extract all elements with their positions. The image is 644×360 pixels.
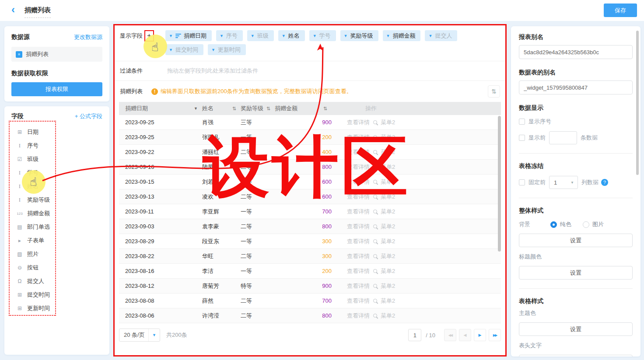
menu2-link[interactable]: 菜单2 xyxy=(381,252,395,260)
search-icon[interactable] xyxy=(373,314,377,318)
change-datasource-link[interactable]: 更改数据源 xyxy=(74,33,102,41)
image-radio[interactable] xyxy=(583,221,589,228)
page-size-select[interactable]: 20 条/页 ▼ xyxy=(119,329,160,342)
freeze-checkbox[interactable] xyxy=(519,179,525,185)
view-detail-link[interactable]: 查看详情 xyxy=(347,163,370,171)
view-detail-link[interactable]: 查看详情 xyxy=(347,267,370,275)
col-header-grade[interactable]: 奖励等级 ⇅ xyxy=(241,105,275,112)
chip-submit-time[interactable]: ▼提交时间 xyxy=(165,44,203,55)
view-detail-link[interactable]: 查看详情 xyxy=(347,119,370,126)
chip-update-time[interactable]: ▼更新时间 xyxy=(208,44,246,55)
chip-amount[interactable]: ▼捐赠金额 xyxy=(383,30,421,41)
back-button[interactable]: ‹ xyxy=(11,4,15,15)
menu2-link[interactable]: 菜单2 xyxy=(381,163,395,171)
field-item-dept-select[interactable]: ▤部门单选 xyxy=(11,220,102,234)
search-icon[interactable] xyxy=(373,165,377,169)
datasource-item[interactable]: ≡ 捐赠列表 xyxy=(11,47,102,62)
search-icon[interactable] xyxy=(373,299,377,303)
header-text-set-button[interactable]: 设置 xyxy=(519,355,633,357)
field-item-update-time[interactable]: ⊞更新时间 xyxy=(11,302,102,315)
field-item-class[interactable]: ☑班级 xyxy=(11,153,102,166)
view-detail-link[interactable]: 查看详情 xyxy=(347,252,370,260)
search-icon[interactable] xyxy=(373,180,377,184)
view-detail-link[interactable]: 查看详情 xyxy=(347,312,370,320)
search-icon[interactable] xyxy=(373,239,377,243)
search-icon[interactable] xyxy=(373,224,377,228)
field-item-submitter[interactable]: Ω提交人 xyxy=(11,275,102,288)
view-detail-link[interactable]: 查看详情 xyxy=(347,148,370,156)
last-page-button[interactable]: ▶▶ xyxy=(489,329,501,341)
col-header-date[interactable]: 捐赠日期 ▼ xyxy=(119,105,202,112)
menu2-link[interactable]: 菜单2 xyxy=(381,238,395,245)
menu2-link[interactable]: 菜单2 xyxy=(381,312,395,320)
freeze-count-select[interactable]: 1 ▼ xyxy=(549,176,578,189)
sort-order-button[interactable]: ⇅ xyxy=(488,85,500,98)
col-header-amount[interactable]: 捐赠金额 ⇅ xyxy=(275,105,339,112)
show-index-checkbox[interactable] xyxy=(519,119,525,125)
sort-updown-icon[interactable]: ⇅ xyxy=(266,106,270,112)
menu2-link[interactable]: 菜单2 xyxy=(381,119,395,126)
question-icon[interactable]: ? xyxy=(601,179,608,186)
chip-donation-date[interactable]: ▼捐赠日期 xyxy=(165,30,212,41)
menu2-link[interactable]: 菜单2 xyxy=(381,133,395,141)
field-item-amount[interactable]: 123捐赠金额 xyxy=(11,207,102,220)
chevron-down-icon[interactable]: ▼ xyxy=(313,34,317,38)
field-item-submit-time[interactable]: ⊞提交时间 xyxy=(11,288,102,301)
field-item-date[interactable]: ⊞日期 xyxy=(11,126,102,139)
search-icon[interactable] xyxy=(373,254,377,258)
prev-page-button[interactable]: ◀ xyxy=(459,329,471,341)
field-item-subform[interactable]: ▸子表单 xyxy=(11,234,102,247)
menu2-link[interactable]: 菜单2 xyxy=(381,282,395,290)
chip-name[interactable]: ▼姓名 xyxy=(278,30,305,41)
chevron-down-icon[interactable]: ▼ xyxy=(169,48,173,52)
chevron-down-icon[interactable]: ▼ xyxy=(251,34,255,38)
chevron-down-icon[interactable]: ▼ xyxy=(386,34,390,38)
menu2-link[interactable]: 菜单2 xyxy=(381,267,395,275)
table-alias-input[interactable] xyxy=(519,80,633,94)
field-item-photo[interactable]: ▧照片 xyxy=(11,248,102,261)
search-icon[interactable] xyxy=(373,284,377,288)
next-page-button[interactable]: ▶ xyxy=(474,329,486,341)
chip-submitter[interactable]: ▼提交人 xyxy=(425,30,457,41)
first-page-button[interactable]: ◀◀ xyxy=(444,329,456,341)
menu2-link[interactable]: 菜单2 xyxy=(381,178,395,186)
sort-updown-icon[interactable]: ⇅ xyxy=(232,106,236,112)
chip-student-id[interactable]: ▼学号 xyxy=(309,30,336,41)
search-icon[interactable] xyxy=(373,120,377,124)
menu2-link[interactable]: 菜单2 xyxy=(381,208,395,216)
theme-color-set-button[interactable]: 设置 xyxy=(519,322,633,336)
view-detail-link[interactable]: 查看详情 xyxy=(347,282,370,290)
menu2-link[interactable]: 菜单2 xyxy=(381,223,395,231)
solid-color-radio[interactable] xyxy=(550,221,557,228)
save-button[interactable]: 保存 xyxy=(604,3,637,17)
field-item-reward-level[interactable]: I奖励等级 xyxy=(11,193,102,206)
field-item-button[interactable]: ⊖按钮 xyxy=(11,261,102,274)
view-detail-link[interactable]: 查看详情 xyxy=(347,193,370,201)
view-detail-link[interactable]: 查看详情 xyxy=(347,133,370,141)
field-item-serial[interactable]: I序号 xyxy=(11,139,102,152)
settings-scrollbar[interactable] xyxy=(636,31,639,175)
show-first-count-input[interactable] xyxy=(549,131,577,144)
chevron-down-icon[interactable]: ▼ xyxy=(169,34,173,38)
view-detail-link[interactable]: 查看详情 xyxy=(347,208,370,216)
chevron-down-icon[interactable]: ▼ xyxy=(282,34,286,38)
formula-field-link[interactable]: + 公式字段 xyxy=(75,112,102,120)
search-icon[interactable] xyxy=(373,195,377,199)
chevron-down-icon[interactable]: ▼ xyxy=(428,34,432,38)
search-icon[interactable] xyxy=(373,210,377,213)
report-permission-button[interactable]: 报表权限 xyxy=(11,82,102,96)
report-alias-input[interactable] xyxy=(519,45,633,59)
filter-dropzone[interactable]: 拖动左侧字段到此处来添加过滤条件 xyxy=(167,67,258,75)
menu2-link[interactable]: 菜单2 xyxy=(381,297,395,305)
view-detail-link[interactable]: 查看详情 xyxy=(347,297,370,305)
chip-reward-level[interactable]: ▼奖励等级 xyxy=(340,30,378,41)
menu2-link[interactable]: 菜单2 xyxy=(381,193,395,201)
chevron-down-icon[interactable]: ▼ xyxy=(220,34,224,38)
view-detail-link[interactable]: 查看详情 xyxy=(347,223,370,231)
view-detail-link[interactable]: 查看详情 xyxy=(347,178,370,186)
chevron-down-icon[interactable]: ▼ xyxy=(211,48,215,52)
table-scrollbar[interactable] xyxy=(498,116,501,252)
sort-desc-icon[interactable]: ▼ xyxy=(194,106,198,111)
chip-serial[interactable]: ▼序号 xyxy=(216,30,243,41)
sort-updown-icon[interactable]: ⇅ xyxy=(323,106,327,112)
